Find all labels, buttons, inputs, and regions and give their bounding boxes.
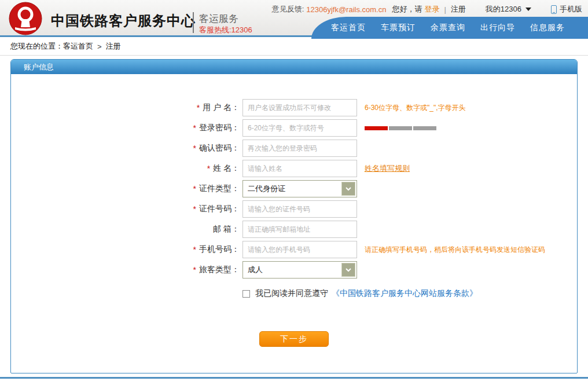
required-marker: * (197, 103, 200, 112)
footer-divider (0, 377, 588, 379)
mobile-version-label: 手机版 (560, 4, 582, 14)
terms-checkbox[interactable] (242, 290, 250, 298)
header: 中国铁路客户服务中心 客运服务 客服热线:12306 意见反馈: 12306yj… (0, 0, 588, 37)
hotline-text: 客服热线:12306 (199, 25, 252, 35)
required-marker: * (193, 184, 196, 193)
chevron-down-icon (525, 8, 531, 11)
phone-row: * 手机号码： 请正确填写手机号码，稍后将向该手机号码发送短信验证码 (135, 241, 577, 258)
my-12306-label: 我的12306 (486, 4, 521, 14)
username-label: * 用 户 名： (135, 102, 240, 113)
confirm-password-label: * 确认密码： (135, 143, 240, 153)
topbar: 意见反馈: 12306yjfk@rails.com.cn 您好，请 登录 | 注… (272, 4, 582, 14)
greeting-text: 您好，请 (392, 4, 422, 14)
breadcrumb: 您现在的位置： 客运首页 > 注册 (0, 37, 588, 56)
title-divider (193, 12, 194, 33)
required-marker: * (207, 164, 210, 173)
agreement-row: 我已阅读并同意遵守 《中国铁路客户服务中心网站服务条款》 (242, 288, 577, 299)
service-label: 客运服务 (199, 12, 238, 25)
required-marker: * (193, 245, 196, 254)
link-divider: | (444, 5, 446, 14)
agreement-text: 我已阅读并同意遵守 (255, 288, 328, 299)
phone-label: * 手机号码： (135, 244, 240, 255)
passenger-type-row: * 旅客类型： 成人 (135, 261, 577, 279)
password-row: * 登录密码： (135, 119, 577, 137)
mobile-phone-icon (551, 5, 557, 14)
breadcrumb-home-link[interactable]: 客运首页 (63, 41, 93, 52)
breadcrumb-separator: > (97, 42, 102, 51)
account-info-panel: 账户信息 * 用 户 名： 6-30位字母、数字或"_",字母开头 * 登录密码… (10, 59, 578, 373)
register-link[interactable]: 注册 (451, 4, 466, 14)
confirm-password-input[interactable] (242, 140, 357, 157)
id-number-input[interactable] (242, 200, 357, 218)
feedback-label: 意见反馈: (272, 4, 304, 14)
china-railway-logo-icon[interactable] (8, 2, 43, 35)
breadcrumb-current: 注册 (106, 41, 121, 52)
strength-segment (365, 126, 388, 130)
id-number-row: * 证件号码： (135, 200, 577, 218)
passenger-type-label: * 旅客类型： (135, 265, 240, 275)
main-nav: 客运首页 车票预订 余票查询 出行向导 信息服务 (311, 17, 588, 39)
id-type-value: 二代身份证 (248, 184, 285, 194)
username-row: * 用 户 名： 6-30位字母、数字或"_",字母开头 (135, 99, 577, 116)
username-hint: 6-30位字母、数字或"_",字母开头 (365, 103, 466, 113)
email-input[interactable] (242, 221, 357, 238)
passenger-type-value: 成人 (248, 265, 263, 275)
password-input[interactable] (242, 119, 357, 137)
strength-segment (413, 126, 436, 130)
id-type-label: * 证件类型： (135, 184, 240, 194)
required-marker: * (193, 265, 196, 274)
id-type-row: * 证件类型： 二代身份证 (135, 180, 577, 197)
nav-item-travel-guide[interactable]: 出行向导 (480, 23, 515, 33)
required-marker: * (193, 204, 196, 214)
name-rules-link[interactable]: 姓名填写规则 (365, 163, 410, 174)
my-12306-menu[interactable]: 我的12306 (486, 4, 531, 14)
nav-item-remaining-tickets[interactable]: 余票查询 (431, 23, 465, 33)
password-strength-meter (365, 126, 436, 130)
registration-form: * 用 户 名： 6-30位字母、数字或"_",字母开头 * 登录密码： * (11, 74, 577, 347)
username-input[interactable] (242, 99, 357, 116)
chevron-down-icon[interactable] (341, 263, 355, 277)
panel-title: 账户信息 (11, 60, 577, 74)
confirm-password-row: * 确认密码： (135, 140, 577, 157)
required-marker: * (193, 123, 196, 133)
terms-link[interactable]: 《中国铁路客户服务中心网站服务条款》 (332, 288, 477, 299)
submit-area: 下一步 (11, 331, 577, 347)
strength-segment (389, 126, 412, 130)
name-label: * 姓 名： (135, 163, 240, 174)
nav-item-home[interactable]: 客运首页 (331, 23, 366, 33)
password-label: * 登录密码： (135, 123, 240, 133)
name-input[interactable] (242, 160, 357, 177)
feedback-email-link[interactable]: 12306yjfk@rails.com.cn (306, 5, 386, 14)
passenger-type-select[interactable]: 成人 (242, 261, 357, 279)
required-marker: * (193, 144, 196, 153)
email-label: 邮 箱： (135, 224, 240, 235)
nav-item-booking[interactable]: 车票预订 (381, 23, 416, 33)
id-number-label: * 证件号码： (135, 204, 240, 214)
login-link[interactable]: 登录 (424, 4, 439, 14)
id-type-select[interactable]: 二代身份证 (242, 180, 357, 197)
site-title: 中国铁路客户服务中心 (51, 12, 196, 30)
email-row: 邮 箱： (135, 221, 577, 238)
next-step-button[interactable]: 下一步 (259, 331, 329, 347)
phone-input[interactable] (242, 241, 357, 258)
breadcrumb-prefix: 您现在的位置： (10, 41, 63, 52)
chevron-down-icon[interactable] (341, 182, 355, 196)
name-row: * 姓 名： 姓名填写规则 (135, 160, 577, 177)
nav-item-information[interactable]: 信息服务 (530, 23, 565, 33)
mobile-version-link[interactable]: 手机版 (551, 4, 582, 14)
phone-hint: 请正确填写手机号码，稍后将向该手机号码发送短信验证码 (365, 245, 545, 255)
